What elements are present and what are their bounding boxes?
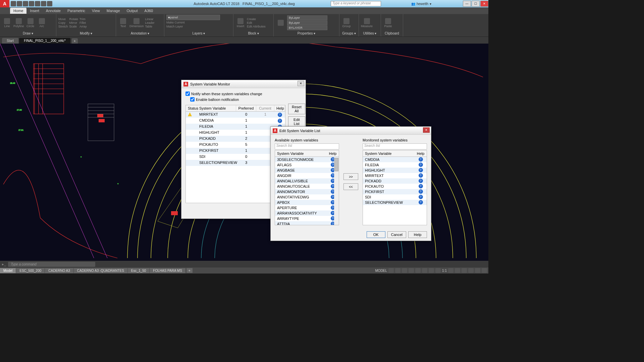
panel-layers-title[interactable]: Layers ▾	[166, 31, 231, 36]
linear-tool[interactable]: Linear	[145, 17, 155, 21]
clean-screen-icon[interactable]	[475, 268, 480, 273]
available-item[interactable]: ANGBASE?	[275, 168, 339, 173]
tab-output[interactable]: Output	[123, 8, 141, 14]
available-search[interactable]: Search list	[275, 143, 339, 149]
color-dropdown[interactable]: ByLayer	[287, 15, 327, 20]
help-icon[interactable]: ?	[419, 184, 423, 188]
file-tab-start[interactable]: Start	[2, 38, 18, 44]
transparency-toggle-icon[interactable]	[435, 268, 441, 273]
layout-tab[interactable]: FOLHAS PARA MS	[150, 268, 185, 273]
copy-tool[interactable]: Copy	[58, 21, 68, 24]
qat-save-icon[interactable]	[23, 1, 28, 6]
arc-tool[interactable]: Arc	[37, 18, 47, 28]
text-tool[interactable]: Text	[118, 18, 128, 28]
panel-groups-title[interactable]: Groups ▾	[341, 31, 357, 36]
esvl-ok-button[interactable]: OK	[367, 231, 385, 238]
panel-modify-title[interactable]: Modify ▾	[58, 31, 114, 36]
lineweight-dropdown[interactable]: ByLayer	[287, 20, 327, 25]
remove-button[interactable]: <<	[343, 183, 358, 190]
qat-new-icon[interactable]	[11, 1, 16, 6]
minimize-button[interactable]: —	[463, 1, 471, 7]
edit-attr-tool[interactable]: Edit Attributes	[247, 25, 266, 28]
help-icon[interactable]: ?	[419, 200, 423, 204]
add-layout-button[interactable]: +	[186, 268, 193, 273]
available-item[interactable]: APERTURE?	[275, 205, 339, 210]
panel-draw-title[interactable]: Draw ▾	[2, 31, 54, 36]
edit-block-tool[interactable]: Edit	[247, 21, 266, 24]
available-item[interactable]: ANNOTATIVEDWG?	[275, 194, 339, 200]
file-tab-current[interactable]: FINAL_PISO_1__200_vt4c*	[19, 38, 70, 44]
available-item[interactable]: APBOX?	[275, 200, 339, 205]
available-scrollbar[interactable]	[334, 158, 339, 225]
mirror-tool[interactable]: Mirror	[69, 21, 78, 24]
monitored-item[interactable]: PICKAUTO?	[363, 184, 427, 189]
qat-redo-icon[interactable]	[47, 1, 52, 6]
layout-tab-model[interactable]: Model	[0, 268, 16, 273]
anno-monitor-icon[interactable]	[455, 268, 460, 273]
dimension-tool[interactable]: Dimension	[129, 18, 144, 28]
hardware-accel-icon[interactable]	[468, 268, 474, 273]
available-item[interactable]: ATTDIA?	[275, 221, 339, 225]
help-icon[interactable]: ?	[419, 173, 423, 178]
balloon-checkbox[interactable]: Enable balloon notification	[190, 97, 302, 102]
tab-view[interactable]: View	[89, 8, 103, 14]
lwt-toggle-icon[interactable]	[429, 268, 434, 273]
help-icon[interactable]: ?	[419, 179, 423, 183]
available-item[interactable]: ANNOALLVISIBLE?	[275, 178, 339, 184]
panel-annotation-title[interactable]: Annotation ▾	[118, 31, 162, 36]
available-item[interactable]: ANNOMONITOR?	[275, 189, 339, 194]
svm-title-bar[interactable]: A System Variable Monitor ✕	[181, 80, 306, 88]
add-button[interactable]: >>	[343, 173, 358, 180]
line-tool[interactable]: Line	[2, 18, 12, 28]
monitored-item[interactable]: PICKADD?	[363, 178, 427, 184]
panel-utilities-title[interactable]: Utilities ▾	[361, 31, 379, 36]
esvl-close-button[interactable]: ✕	[423, 127, 430, 133]
ortho-toggle-icon[interactable]	[402, 268, 407, 273]
help-icon[interactable]: ?	[419, 189, 423, 194]
qat-print-icon[interactable]	[35, 1, 40, 6]
infocenter-search[interactable]: Type a keyword or phrase	[331, 1, 381, 6]
trim-tool[interactable]: Trim	[79, 17, 87, 21]
maximize-button[interactable]: ☐	[472, 1, 480, 7]
svm-row[interactable]: MIRRTEXT01?	[186, 112, 285, 118]
user-account[interactable]: 👥 hewetth ▾	[411, 2, 431, 6]
help-icon[interactable]: ?	[278, 113, 282, 117]
anno-scale[interactable]: 1:1	[442, 269, 447, 273]
fillet-tool[interactable]: Fillet	[79, 21, 87, 24]
move-tool[interactable]: Move	[58, 17, 68, 21]
scale-tool[interactable]: Scale	[69, 25, 78, 28]
available-item[interactable]: ARRAYASSOCIATIVITY?	[275, 210, 339, 216]
help-icon[interactable]: ?	[419, 195, 423, 199]
tab-home[interactable]: Home	[10, 8, 26, 14]
match-props-tool[interactable]	[276, 20, 286, 26]
leader-tool[interactable]: Leader	[145, 21, 155, 24]
snap-toggle-icon[interactable]	[395, 268, 400, 273]
layout-tab[interactable]: CADERNO A3	[45, 268, 73, 273]
layout-tab[interactable]: CADERNO A3 -QUADRANTES	[74, 268, 127, 273]
group-tool[interactable]: Group	[341, 18, 352, 28]
qat-undo-icon[interactable]	[41, 1, 46, 6]
app-logo[interactable]: A	[0, 0, 9, 7]
monitored-search[interactable]: Search list	[363, 143, 427, 149]
command-line[interactable]: ▸_ Type a command	[0, 261, 488, 267]
qat-open-icon[interactable]	[17, 1, 22, 6]
rotate-tool[interactable]: Rotate	[69, 17, 78, 21]
panel-block-title[interactable]: Block ▾	[235, 31, 271, 36]
osnap-toggle-icon[interactable]	[415, 268, 421, 273]
help-icon[interactable]: ?	[419, 163, 423, 167]
col-variable[interactable]: System Variable	[197, 105, 236, 111]
monitored-item[interactable]: CMDDIA?	[363, 157, 427, 162]
command-input[interactable]: Type a command	[8, 262, 95, 267]
monitored-item[interactable]: FILEDIA?	[363, 162, 427, 168]
help-icon[interactable]: ?	[419, 168, 423, 172]
monitored-item[interactable]: SDI?	[363, 194, 427, 200]
available-item[interactable]: 3DSELECTIONMODE?	[275, 157, 339, 162]
grid-toggle-icon[interactable]	[388, 268, 394, 273]
monitored-item[interactable]: HIGHLIGHT?	[363, 168, 427, 173]
help-icon[interactable]: ?	[419, 157, 423, 162]
close-button[interactable]: ✕	[480, 1, 488, 7]
reset-all-button[interactable]: Reset All	[288, 104, 305, 114]
layer-dropdown[interactable]: ■ painel	[166, 15, 220, 20]
col-status[interactable]: Status	[186, 105, 197, 111]
esvl-cancel-button[interactable]: Cancel	[387, 231, 406, 238]
